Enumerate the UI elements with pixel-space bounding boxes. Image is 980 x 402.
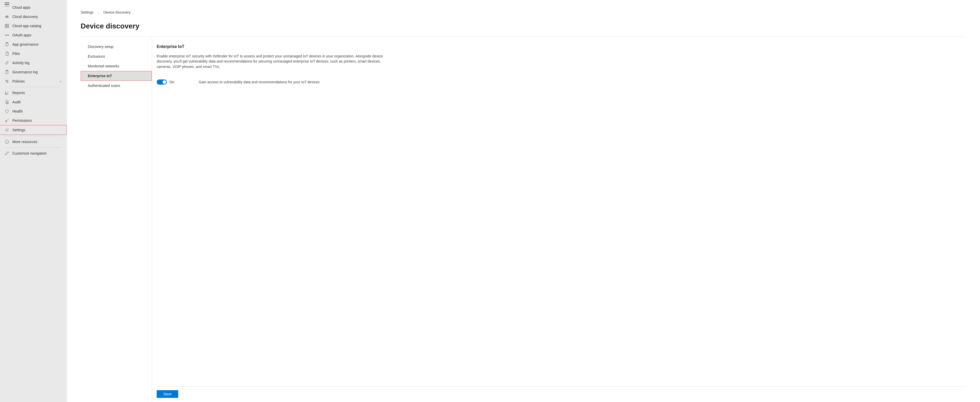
chevron-down-icon [59,80,62,83]
sidebar-item-activity-log[interactable]: Activity log [0,58,67,67]
svg-point-16 [5,120,7,122]
clipboard-icon [5,70,9,74]
heart-icon [5,109,9,114]
sidebar-item-label: Health [12,109,62,113]
detail-panel: Enterprise IoT Enable enterprise IoT sec… [152,36,966,402]
sidebar-item-cloud-apps-partial[interactable]: Cloud apps [0,5,67,12]
sidebar-item-customize-navigation[interactable]: Customize navigation [0,149,67,158]
sidebar: Cloud apps Cloud discovery Cloud app cat… [0,0,67,402]
sidebar-item-label: Audit [12,100,62,104]
subnav-item-enterprise-iot[interactable]: Enterprise IoT [81,71,152,81]
svg-point-7 [5,35,6,36]
sidebar-item-label: Governance log [12,70,62,74]
subnav-item-authenticated-scans[interactable]: Authenticated scans [81,81,152,90]
sidebar-item-governance-log[interactable]: Governance log [0,67,67,77]
cloud-apps-icon [5,5,9,10]
sidebar-item-files[interactable]: Files [0,49,67,58]
detail-title: Enterprise IoT [157,44,966,49]
toggle-state-label: On [170,80,176,84]
pencil-icon [5,151,9,156]
save-button[interactable]: Save [157,390,178,398]
sidebar-item-permissions[interactable]: Permissions [0,116,67,125]
sidebar-item-label: Policies [12,79,59,83]
sidebar-item-settings[interactable]: Settings [0,125,66,135]
sidebar-item-label: Permissions [12,119,62,123]
svg-rect-3 [5,24,6,25]
gear-icon [5,128,9,132]
sliders-icon [5,79,9,84]
subnav-item-discovery-setup[interactable]: Discovery setup [81,42,152,52]
sidebar-item-cloud-app-catalog[interactable]: Cloud app catalog [0,21,67,30]
sidebar-item-label: More resources [12,140,62,144]
sidebar-item-label: Settings [12,128,62,132]
sidebar-item-policies[interactable]: Policies [0,77,67,86]
audit-icon [5,100,9,104]
sidebar-item-label: Files [12,52,62,55]
sidebar-item-label: Reports [12,91,62,95]
sidebar-item-app-governance[interactable]: App governance [0,40,67,49]
breadcrumb-parent-link[interactable]: Settings [81,10,94,14]
subnav-item-monitored-networks[interactable]: Monitored networks [81,61,152,71]
nav-separator [5,147,62,148]
sidebar-item-label: Customize navigation [12,151,62,155]
content-panel: Discovery setup Exclusions Monitored net… [81,36,966,402]
info-icon [5,139,9,144]
sidebar-item-label: Cloud app catalog [12,24,62,28]
toggle-knob [162,80,166,84]
save-row: Save [157,386,966,402]
cloud-discovery-icon [5,14,9,19]
sidebar-item-reports[interactable]: Reports [0,88,67,97]
chart-icon [5,90,9,95]
file-icon [5,51,9,56]
toggle-description: Gain access to vulnerability data and re… [199,80,320,84]
sidebar-item-label: OAuth apps [12,33,62,37]
key-icon [5,118,9,123]
sidebar-item-label: App governance [12,42,62,46]
sub-nav: Discovery setup Exclusions Monitored net… [81,36,152,402]
page-title: Device discovery [81,22,966,30]
app-catalog-icon [5,24,9,28]
sidebar-item-more-resources[interactable]: More resources [0,137,67,146]
sidebar-item-audit[interactable]: Audit [0,97,67,107]
svg-rect-5 [5,26,6,28]
sidebar-item-cloud-discovery[interactable]: Cloud discovery [0,12,67,21]
breadcrumb-current: Device discovery [103,10,131,14]
svg-rect-6 [8,26,9,28]
sidebar-item-label: Activity log [12,61,62,65]
sidebar-item-health[interactable]: Health [0,107,67,116]
main-content: Settings Device discovery Device discove… [67,0,980,402]
sidebar-item-oauth-apps[interactable]: OAuth apps [0,30,67,40]
detail-description: Enable enterprise IoT security with Defe… [157,54,396,69]
oauth-icon [5,33,9,38]
settings-highlight-box: Settings [0,125,67,135]
svg-point-17 [6,130,8,131]
clipboard-icon [5,42,9,47]
svg-rect-4 [8,24,9,25]
chevron-right-icon [97,11,100,14]
breadcrumb: Settings Device discovery [81,10,966,14]
enterprise-iot-toggle[interactable] [157,79,167,85]
svg-point-8 [8,35,9,36]
toggle-row: On Gain access to vulnerability data and… [157,79,966,85]
sidebar-item-label: Cloud discovery [12,14,62,19]
subnav-item-exclusions[interactable]: Exclusions [81,52,152,61]
sidebar-item-label: Cloud apps [12,5,62,9]
link-icon [5,60,9,65]
